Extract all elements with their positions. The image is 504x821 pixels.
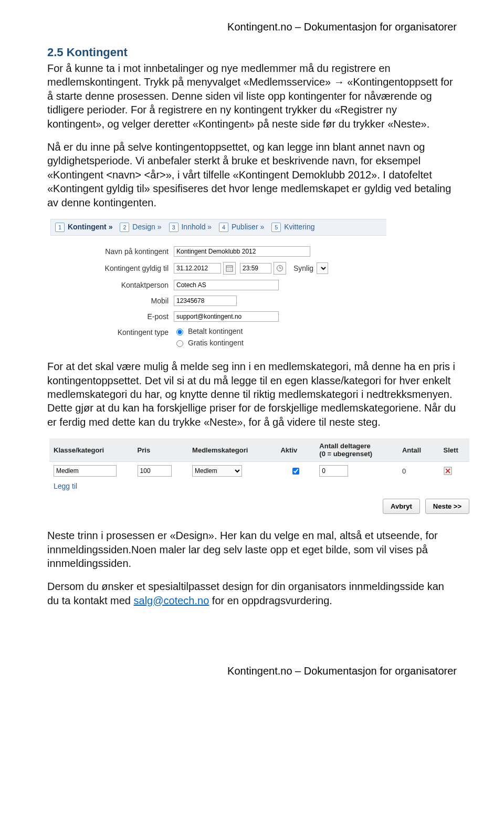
step-3[interactable]: 3 Innhold »	[169, 223, 212, 232]
name-input[interactable]	[174, 246, 310, 257]
step-label: Innhold »	[181, 223, 212, 231]
wizard-screenshot: 1 Kontingent » 2 Design » 3 Innhold » 4 …	[50, 219, 386, 347]
paragraph-4b: Dersom du ønsker et spesialtilpasset des…	[47, 580, 457, 607]
deltagere-input[interactable]	[319, 465, 348, 477]
step-number: 5	[271, 223, 281, 232]
step-label: Publiser »	[232, 223, 264, 231]
contact-email-link[interactable]: salg@cotech.no	[134, 595, 209, 606]
radio-paid-input[interactable]	[176, 329, 183, 335]
step-label: Design »	[132, 223, 161, 231]
name-label: Navn på kontingent	[50, 247, 174, 256]
pris-input[interactable]	[138, 465, 172, 477]
type-label: Kontingent type	[50, 327, 174, 336]
col-deltagere: Antall deltagere (0 = ubegrenset)	[315, 438, 398, 462]
contact-input[interactable]	[174, 280, 279, 290]
clock-icon[interactable]	[274, 262, 286, 275]
visibility-select[interactable]	[317, 262, 328, 274]
step-4[interactable]: 4 Publiser »	[219, 223, 264, 232]
visibility-label: Synlig	[293, 264, 313, 272]
step-label: Kvittering	[284, 223, 314, 231]
step-number: 2	[120, 223, 129, 232]
col-antall: Antall	[398, 438, 439, 462]
wizard-steps: 1 Kontingent » 2 Design » 3 Innhold » 4 …	[50, 219, 386, 236]
paragraph-1: For å kunne ta i mot innbetalinger og ny…	[47, 61, 457, 131]
col-medlemskategori: Medlemskategori	[188, 438, 276, 462]
radio-free-label: Gratis kontingent	[188, 339, 244, 347]
category-table: Klasse/kategori Pris Medlemskategori Akt…	[49, 438, 469, 480]
step-5[interactable]: 5 Kvittering	[271, 223, 314, 232]
page-footer: Kontingent.no – Dokumentasjon for organi…	[47, 665, 457, 677]
section-title: 2.5 Kontingent	[47, 46, 457, 59]
step-2[interactable]: 2 Design »	[120, 223, 161, 232]
delete-icon[interactable]	[444, 467, 465, 475]
kontingent-form: Navn på kontingent Kontingent gyldig til…	[50, 236, 386, 347]
email-input[interactable]	[174, 311, 279, 322]
valid-time-input[interactable]	[240, 263, 271, 273]
p4b-after: for en oppdragsvurdering.	[209, 595, 332, 606]
step-1[interactable]: 1 Kontingent »	[55, 223, 112, 232]
medlemskategori-select[interactable]: Medlem	[192, 465, 242, 477]
step-label: Kontingent »	[68, 223, 113, 231]
col-slett: Slett	[439, 438, 469, 462]
col-klasse: Klasse/kategori	[49, 438, 133, 462]
radio-free-input[interactable]	[176, 340, 183, 347]
category-table-screenshot: Klasse/kategori Pris Medlemskategori Akt…	[49, 438, 469, 514]
radio-paid[interactable]: Betalt kontingent	[174, 327, 244, 335]
email-label: E-post	[50, 312, 174, 321]
paragraph-2: Nå er du inne på selve kontingentoppsett…	[47, 140, 457, 209]
antall-value: 0	[398, 462, 439, 480]
step-number: 3	[169, 223, 178, 232]
page-header: Kontingent.no – Dokumentasjon for organi…	[47, 21, 457, 33]
cancel-button[interactable]: Avbryt	[383, 499, 420, 514]
col-pris: Pris	[133, 438, 188, 462]
paragraph-4a: Neste trinn i prosessen er «Design». Her…	[47, 529, 457, 570]
step-number: 4	[219, 223, 228, 232]
table-row: Medlem 0	[49, 462, 469, 480]
add-row-link[interactable]: Legg til	[49, 480, 81, 490]
step-number: 1	[55, 223, 65, 232]
klasse-input[interactable]	[54, 465, 117, 477]
radio-free[interactable]: Gratis kontingent	[174, 339, 244, 347]
mobile-input[interactable]	[174, 296, 237, 306]
calendar-icon[interactable]	[223, 262, 236, 275]
aktiv-checkbox[interactable]	[292, 468, 299, 475]
svg-rect-0	[226, 266, 233, 271]
paragraph-3: For at det skal være mulig å melde seg i…	[47, 360, 457, 429]
col-aktiv: Aktiv	[276, 438, 315, 462]
contact-label: Kontaktperson	[50, 281, 174, 289]
radio-paid-label: Betalt kontingent	[188, 327, 243, 335]
next-button[interactable]: Neste >>	[425, 499, 469, 514]
mobile-label: Mobil	[50, 297, 174, 305]
valid-date-input[interactable]	[174, 263, 221, 273]
valid-until-label: Kontingent gyldig til	[50, 264, 174, 272]
